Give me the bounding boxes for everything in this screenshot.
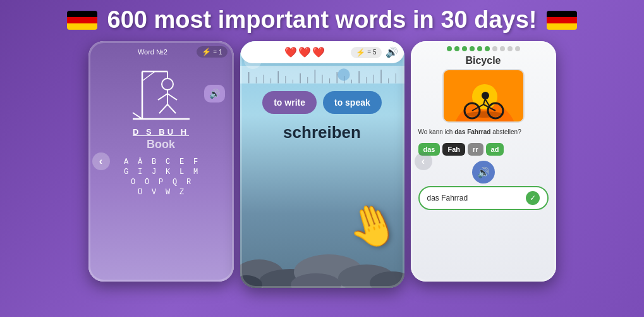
svg-line-9 — [159, 104, 167, 113]
center-word: schreiben — [240, 119, 404, 146]
hangman-svg — [120, 65, 202, 122]
letter-O[interactable]: O — [128, 178, 138, 187]
dot-5 — [477, 46, 482, 51]
dot-1 — [447, 46, 452, 51]
center-screen: ‹ ❤️ ❤️ ❤️ ⚡ = 5 🔊 — [240, 41, 404, 288]
letter-Z[interactable]: Z — [177, 188, 187, 197]
letter-J[interactable]: J — [149, 168, 159, 177]
sentence-text-2: abstellen? — [490, 128, 521, 135]
phone-right: ‹ Bicycle — [411, 41, 556, 282]
flag-red-stripe-r — [547, 17, 577, 23]
letter-K[interactable]: K — [163, 168, 173, 177]
lightning-icon-left: ⚡ — [202, 47, 211, 56]
input-area-right[interactable]: das Fahrrad ✓ — [418, 186, 549, 210]
lightning-count-left: = 1 — [213, 49, 222, 56]
letter-A[interactable]: A — [121, 158, 131, 166]
letter-L[interactable]: L — [177, 168, 187, 177]
sound-btn-right[interactable]: 🔊 — [472, 161, 495, 183]
dot-8 — [500, 46, 505, 51]
phone-left: ‹ Word №2 ⚡ = 1 — [88, 41, 234, 282]
letter-E[interactable]: E — [177, 158, 187, 166]
left-phone-back-btn[interactable]: ‹ — [92, 152, 110, 170]
heart-2: ❤️ — [298, 46, 311, 58]
svg-line-4 — [142, 71, 155, 81]
letter-G[interactable]: G — [121, 168, 131, 177]
answer-btn-speak[interactable]: to speak — [323, 91, 382, 114]
sentence-area: Wo kann ich das Fahrrad abstellen? — [411, 124, 556, 140]
dot-6 — [485, 46, 490, 51]
answer-btn-write[interactable]: to write — [262, 91, 317, 114]
lightning-badge-center: ⚡ = 5 — [351, 47, 381, 58]
flag-gold-stripe-r — [547, 23, 577, 30]
letter-P[interactable]: P — [156, 178, 166, 187]
flag-black-stripe — [67, 11, 97, 17]
word-display-area: D S BU H Book — [88, 125, 234, 154]
main-title: 600 most important words in 30 days! — [107, 6, 537, 34]
letter-Q[interactable]: Q — [170, 178, 180, 187]
word-letters: D S BU H — [95, 127, 228, 137]
sound-btn-left[interactable]: 🔊 — [204, 85, 225, 103]
flag-left — [67, 11, 97, 30]
letter-Ue[interactable]: Ü — [135, 188, 145, 197]
dot-9 — [507, 46, 513, 51]
letter-F[interactable]: F — [191, 158, 201, 166]
phones-container: ‹ Word №2 ⚡ = 1 — [0, 41, 644, 288]
right-screen: ‹ Bicycle — [411, 41, 556, 282]
dot-2 — [454, 46, 459, 51]
lightning-icon-center: ⚡ — [356, 48, 365, 57]
right-phone-back-btn[interactable]: ‹ — [415, 152, 432, 170]
bicycle-image-container — [411, 68, 556, 124]
sentence-bold: das Fahrrad — [454, 128, 490, 135]
letter-Ae[interactable]: Ä — [135, 158, 145, 166]
dot-3 — [462, 46, 467, 51]
hangman-area: 🔊 — [88, 63, 234, 125]
left-screen: ‹ Word №2 ⚡ = 1 — [88, 41, 234, 282]
flag-black-stripe-r — [547, 11, 577, 17]
letter-V[interactable]: V — [149, 188, 159, 197]
lightning-count-center: = 5 — [367, 49, 376, 56]
input-value-text: das Fahrrad — [427, 194, 522, 202]
bicycle-label: Bicycle — [411, 54, 556, 68]
ruler-area — [240, 66, 404, 84]
hearts-display: ❤️ ❤️ ❤️ — [284, 46, 325, 58]
center-controls: ⚡ = 5 🔊 — [351, 46, 398, 58]
tile-fah[interactable]: Fah — [442, 143, 465, 156]
check-icon[interactable]: ✓ — [526, 191, 540, 205]
center-header: ❤️ ❤️ ❤️ ⚡ = 5 🔊 — [240, 41, 404, 63]
letter-C[interactable]: C — [163, 158, 173, 166]
sentence-text: Wo kann ich — [418, 128, 455, 135]
alpha-row-4: Ü V W Z — [97, 188, 225, 197]
word-tiles: das Fah rr ad — [411, 140, 556, 158]
lightning-badge-left: ⚡ = 1 — [197, 46, 227, 58]
svg-line-10 — [167, 104, 176, 113]
svg-point-50 — [482, 92, 489, 99]
heart-3: ❤️ — [312, 46, 325, 58]
letter-M[interactable]: M — [191, 168, 201, 177]
flag-right — [547, 11, 577, 30]
bicycle-image — [442, 69, 525, 123]
svg-point-33 — [337, 68, 349, 80]
letter-B[interactable]: B — [149, 158, 159, 166]
center-phone-back-btn[interactable]: ‹ — [244, 51, 262, 69]
dot-7 — [492, 46, 497, 51]
word-number-label: Word №2 — [138, 48, 167, 56]
letter-R[interactable]: R — [184, 178, 194, 187]
alpha-row-3: O Ö P Q R — [97, 178, 225, 187]
alpha-row-1: A Ä B C E F — [97, 158, 225, 166]
word-label: Book — [95, 138, 228, 151]
flag-gold-stripe — [67, 23, 97, 30]
svg-point-5 — [162, 78, 173, 90]
flag-red-stripe — [67, 17, 97, 23]
letter-Oe[interactable]: Ö — [142, 178, 152, 187]
letter-W[interactable]: W — [163, 188, 173, 197]
progress-dots — [411, 41, 556, 54]
left-phone-header: Word №2 ⚡ = 1 — [88, 41, 234, 63]
dot-10 — [515, 46, 520, 51]
letter-I[interactable]: I — [135, 168, 145, 177]
heart-1: ❤️ — [284, 46, 297, 58]
header: 600 most important words in 30 days! — [0, 0, 644, 40]
tile-rr[interactable]: rr — [468, 143, 483, 156]
volume-icon-center[interactable]: 🔊 — [386, 46, 398, 58]
svg-line-11 — [133, 113, 142, 119]
tile-ad[interactable]: ad — [486, 143, 504, 156]
